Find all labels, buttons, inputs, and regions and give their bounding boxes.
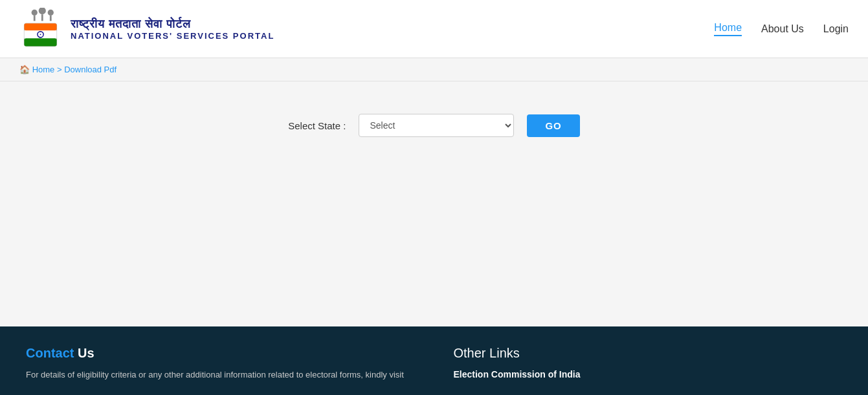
svg-point-11 <box>40 34 41 35</box>
logo-english-text: NATIONAL VOTERS' SERVICES PORTAL <box>71 31 274 41</box>
breadcrumb: 🏠 Home > Download Pdf <box>0 58 868 81</box>
site-header: राष्ट्रीय मतदाता सेवा पोर्टल NATIONAL VO… <box>0 0 868 58</box>
svg-point-2 <box>48 10 54 16</box>
site-logo-icon <box>19 8 61 50</box>
select-state-label: Select State : <box>288 120 346 131</box>
logo-area: राष्ट्रीय मतदाता सेवा पोर्टल NATIONAL VO… <box>19 8 274 50</box>
nav-about[interactable]: About Us <box>761 23 804 35</box>
nav-home[interactable]: Home <box>714 22 742 36</box>
state-selection-form: Select State : Select Andhra Pradesh Aru… <box>288 114 580 137</box>
svg-point-0 <box>32 10 38 16</box>
footer-contact-section: Contact Us For details of eligibility cr… <box>26 346 415 382</box>
logo-text: राष्ट्रीय मतदाता सेवा पोर्टल NATIONAL VO… <box>71 17 274 41</box>
breadcrumb-home-icon: 🏠 <box>19 65 30 74</box>
footer-links-normal: Links <box>489 346 520 360</box>
eci-link[interactable]: Election Commission of India <box>454 369 581 379</box>
footer-links-title: Other Links <box>454 346 843 361</box>
breadcrumb-current: Download Pdf <box>64 65 117 74</box>
footer-contact-title: Contact Us <box>26 346 415 361</box>
main-nav: Home About Us Login <box>714 22 849 36</box>
svg-rect-7 <box>24 23 56 30</box>
logo-hindi-text: राष्ट्रीय मतदाता सेवा पोर्टल <box>71 17 274 31</box>
site-footer: Contact Us For details of eligibility cr… <box>0 326 868 395</box>
footer-contact-text: For details of eligibility criteria or a… <box>26 368 415 382</box>
footer-contact-normal: Us <box>78 346 95 360</box>
state-dropdown[interactable]: Select Andhra Pradesh Arunachal Pradesh … <box>359 114 514 137</box>
nav-login[interactable]: Login <box>823 23 849 35</box>
svg-point-1 <box>39 8 46 14</box>
footer-links-highlight: Other <box>454 346 486 360</box>
footer-links-section: Other Links Election Commission of India <box>454 346 843 382</box>
main-content: Select State : Select Andhra Pradesh Aru… <box>0 81 868 326</box>
svg-rect-9 <box>24 38 56 46</box>
go-button[interactable]: GO <box>527 114 579 137</box>
breadcrumb-home-link[interactable]: Home <box>32 65 55 74</box>
footer-contact-highlight: Contact <box>26 346 74 360</box>
breadcrumb-separator: > <box>57 65 62 74</box>
